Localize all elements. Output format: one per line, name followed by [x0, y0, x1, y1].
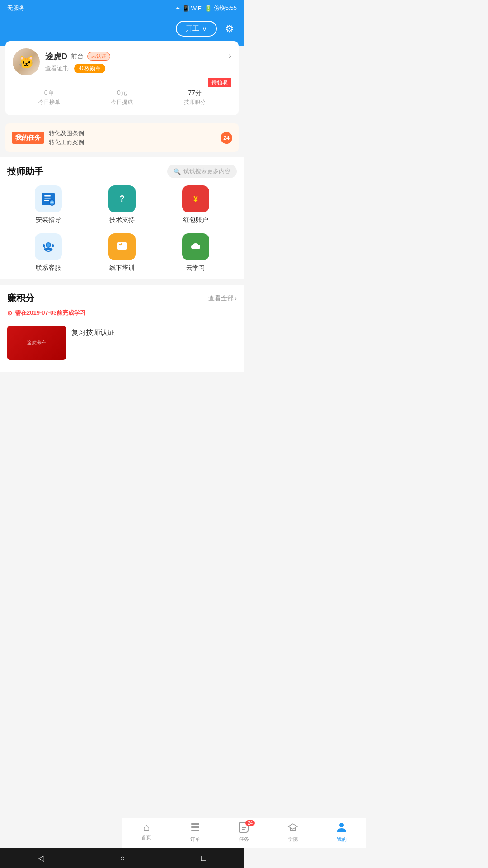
points-label: 技师积分: [184, 99, 206, 106]
red-envelope-icon-box: ¥: [182, 185, 209, 212]
assistant-title: 技师助手: [7, 165, 43, 178]
assistant-item-offline-training[interactable]: 线下培训: [85, 233, 159, 272]
avatar[interactable]: 🐱: [13, 48, 40, 75]
svg-text:?: ?: [119, 193, 125, 203]
stat-points: 77分 技师积分: [184, 86, 206, 106]
course-card[interactable]: 途虎养车 复习技师认证: [7, 321, 237, 364]
search-placeholder: 试试搜索更多内容: [183, 167, 230, 175]
svg-rect-15: [52, 244, 54, 247]
time-text: 傍晚5:55: [214, 4, 237, 12]
task-tag: 我的任务: [12, 132, 44, 144]
customer-service-label: 联系客服: [36, 264, 61, 272]
user-role: 前台: [71, 52, 84, 61]
work-button[interactable]: 开工 ∨: [176, 21, 217, 37]
battery-icon: 🔋: [205, 5, 212, 12]
stat-commission: 0元 今日提成: [111, 86, 133, 106]
task-line-1: 转化及围条例: [49, 129, 216, 138]
task-count: 24: [221, 132, 232, 144]
work-button-label: 开工: [186, 24, 199, 33]
svg-rect-1: [44, 195, 51, 197]
stat-orders: 0单 今日接单: [38, 86, 60, 106]
install-guide-icon-box: [35, 185, 62, 212]
cloud-learning-icon-box: [182, 233, 209, 260]
status-icons: ✦ 📳 WiFi 🔋 傍晚5:55: [175, 4, 237, 12]
earn-points-title: 赚积分: [7, 292, 34, 304]
gear-icon: ⚙: [225, 23, 234, 35]
assistant-item-red-envelope[interactable]: ¥ 红包账户: [159, 185, 232, 224]
vibrate-icon: 📳: [182, 5, 189, 12]
customer-service-icon-box: [35, 233, 62, 260]
chevron-down-icon: ∨: [202, 25, 207, 33]
course-title: 复习技师认证: [71, 326, 115, 360]
pending-badge: 待领取: [208, 78, 231, 87]
svg-text:¥: ¥: [193, 194, 198, 203]
stats-row: 待领取 0单 今日接单 0元 今日提成 77分 技师积分: [13, 81, 231, 108]
orders-label: 今日接单: [38, 99, 60, 106]
install-guide-label: 安装指导: [36, 216, 61, 224]
cert-link[interactable]: 查看证书: [45, 64, 69, 72]
svg-rect-14: [43, 244, 45, 247]
task-content: 转化及围条例 转化工而案例: [49, 129, 216, 146]
search-icon: 🔍: [174, 168, 181, 175]
unverified-badge: 未认证: [87, 52, 110, 61]
earn-section: 赚积分 查看全部 › ⊙ 需在2019-07-03前完成学习 途虎养车 复习技师…: [0, 285, 244, 372]
profile-chevron-icon[interactable]: ›: [229, 51, 231, 61]
svg-rect-2: [44, 198, 51, 199]
chevron-right-icon: ›: [235, 295, 237, 302]
tech-support-label: 技术支持: [109, 216, 135, 224]
medal-badge: 40枚勋章: [74, 64, 105, 73]
red-envelope-label: 红包账户: [183, 216, 208, 224]
status-bar: 无服务 ✦ 📳 WiFi 🔋 傍晚5:55: [0, 0, 244, 16]
assistant-section: 技师助手 🔍 试试搜索更多内容: [0, 157, 244, 279]
profile-card: 🐱 途虎D 前台 未认证 查看证书 40枚勋章 › 待领取 0单: [5, 41, 239, 115]
assistant-icon-grid: 安装指导 ? 技术支持 ¥ 红包账户: [7, 185, 237, 272]
cloud-learning-label: 云学习: [186, 264, 205, 272]
search-box[interactable]: 🔍 试试搜索更多内容: [167, 165, 237, 178]
warning-icon: ⊙: [7, 310, 12, 316]
offline-training-icon-box: [108, 233, 136, 260]
svg-point-6: [52, 203, 53, 204]
bluetooth-icon: ✦: [175, 5, 180, 12]
view-all-button[interactable]: 查看全部 ›: [208, 294, 237, 302]
svg-point-13: [47, 243, 50, 247]
orders-value: 0单: [38, 86, 60, 98]
task-banner[interactable]: 我的任务 转化及围条例 转化工而案例 24: [5, 123, 239, 152]
tech-support-icon-box: ?: [108, 185, 136, 212]
assistant-item-cloud-learning[interactable]: 云学习: [159, 233, 232, 272]
commission-label: 今日提成: [111, 99, 133, 106]
wifi-icon: WiFi: [191, 5, 203, 12]
offline-training-label: 线下培训: [109, 264, 135, 272]
task-line-2: 转化工而案例: [49, 138, 216, 147]
svg-rect-3: [44, 200, 49, 201]
carrier-text: 无服务: [7, 4, 25, 12]
deadline-notice: ⊙ 需在2019-07-03前完成学习: [7, 309, 237, 317]
assistant-item-customer-service[interactable]: 联系客服: [12, 233, 85, 272]
assistant-item-install-guide[interactable]: 安装指导: [12, 185, 85, 224]
assistant-item-tech-support[interactable]: ? 技术支持: [85, 185, 159, 224]
course-thumbnail: 途虎养车: [7, 326, 66, 360]
points-value: 77分: [184, 86, 206, 98]
commission-value: 0元: [111, 86, 133, 98]
settings-button[interactable]: ⚙: [222, 22, 237, 36]
user-name: 途虎D: [45, 51, 67, 62]
